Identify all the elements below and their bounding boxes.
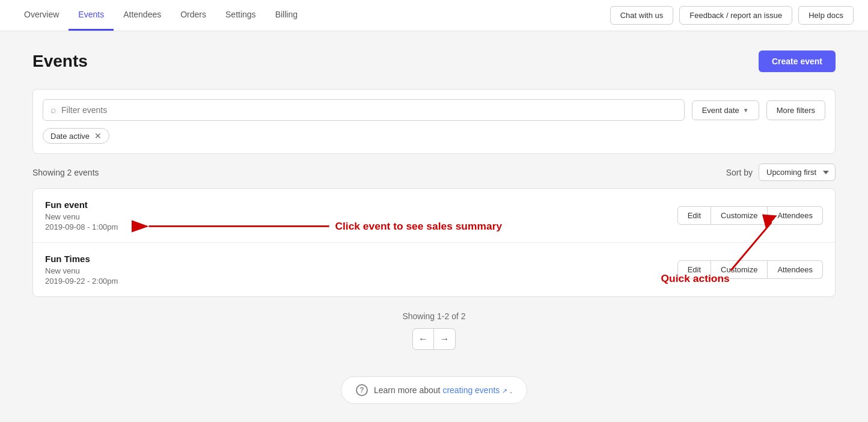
event-venue-1: New venu bbox=[45, 212, 677, 221]
create-event-button[interactable]: Create event bbox=[759, 50, 836, 72]
table-row: Fun event New venu 2019-09-08 - 1:00pm E… bbox=[33, 189, 835, 243]
search-box[interactable]: ⌕ bbox=[43, 99, 685, 121]
date-active-tag: Date active ✕ bbox=[43, 128, 109, 144]
edit-button-2[interactable]: Edit bbox=[677, 260, 711, 279]
attendees-button-1[interactable]: Attendees bbox=[768, 206, 823, 225]
nav-tab-attendees[interactable]: Attendees bbox=[114, 0, 171, 31]
pagination: Showing 1-2 of 2 ← → bbox=[32, 297, 836, 364]
event-info-2[interactable]: Fun Times New venu 2019-09-22 - 2:00pm bbox=[45, 254, 677, 286]
pagination-buttons: ← → bbox=[412, 328, 456, 350]
learn-more-area: ? Learn more about creating events ↗ . bbox=[32, 364, 836, 422]
help-docs-button[interactable]: Help docs bbox=[798, 6, 854, 25]
events-section: Fun event New venu 2019-09-08 - 1:00pm E… bbox=[32, 188, 836, 297]
event-name-1: Fun event bbox=[45, 200, 677, 210]
results-count: Showing 2 events bbox=[32, 168, 99, 177]
nav-actions: Chat with us Feedback / report an issue … bbox=[610, 6, 854, 25]
learn-more-text: Learn more about creating events ↗ . bbox=[374, 385, 512, 395]
external-link-icon: ↗ bbox=[502, 387, 507, 394]
learn-more-box: ? Learn more about creating events ↗ . bbox=[341, 376, 527, 404]
page-title: Events bbox=[32, 52, 88, 71]
active-filters-row: Date active ✕ bbox=[43, 128, 825, 144]
feedback-button[interactable]: Feedback / report an issue bbox=[679, 6, 792, 25]
page-content: Events Create event ⌕ Event date ▼ More … bbox=[13, 31, 855, 422]
event-venue-2: New venu bbox=[45, 266, 677, 275]
sort-select[interactable]: Upcoming first Oldest first Name bbox=[759, 164, 836, 181]
prev-page-button[interactable]: ← bbox=[412, 328, 434, 350]
chat-button[interactable]: Chat with us bbox=[610, 6, 674, 25]
event-actions-1: Edit Customize Attendees bbox=[677, 206, 823, 225]
event-date-2: 2019-09-22 - 2:00pm bbox=[45, 277, 677, 286]
table-row: Fun Times New venu 2019-09-22 - 2:00pm E… bbox=[33, 243, 835, 296]
customize-button-1[interactable]: Customize bbox=[711, 206, 768, 225]
page-header: Events Create event bbox=[32, 50, 836, 72]
search-icon: ⌕ bbox=[50, 105, 57, 115]
customize-button-2[interactable]: Customize bbox=[711, 260, 768, 279]
sort-row: Sort by Upcoming first Oldest first Name bbox=[726, 164, 836, 181]
sort-label: Sort by bbox=[726, 168, 753, 177]
search-input[interactable] bbox=[61, 105, 677, 115]
event-name-2: Fun Times bbox=[45, 254, 677, 264]
attendees-button-2[interactable]: Attendees bbox=[768, 260, 823, 279]
chevron-down-icon: ▼ bbox=[743, 107, 749, 114]
pagination-info: Showing 1-2 of 2 bbox=[402, 311, 465, 321]
more-filters-button[interactable]: More filters bbox=[766, 100, 825, 120]
search-row: ⌕ Event date ▼ More filters bbox=[43, 99, 825, 121]
event-actions-2: Edit Customize Attendees bbox=[677, 260, 823, 279]
nav-tab-overview[interactable]: Overview bbox=[14, 0, 69, 31]
nav-tab-events[interactable]: Events bbox=[69, 0, 114, 31]
event-date-1: 2019-09-08 - 1:00pm bbox=[45, 222, 677, 231]
top-navigation: Overview Events Attendees Orders Setting… bbox=[0, 0, 868, 31]
nav-tabs: Overview Events Attendees Orders Setting… bbox=[14, 0, 307, 31]
nav-tab-orders[interactable]: Orders bbox=[171, 0, 216, 31]
next-page-button[interactable]: → bbox=[434, 328, 456, 350]
filter-area: ⌕ Event date ▼ More filters Date active … bbox=[32, 89, 836, 154]
tag-label: Date active bbox=[50, 132, 90, 141]
events-list: Fun event New venu 2019-09-08 - 1:00pm E… bbox=[32, 188, 836, 297]
help-icon: ? bbox=[356, 384, 368, 396]
event-info-1[interactable]: Fun event New venu 2019-09-08 - 1:00pm bbox=[45, 200, 677, 231]
edit-button-1[interactable]: Edit bbox=[677, 206, 711, 225]
event-date-filter-button[interactable]: Event date ▼ bbox=[692, 100, 759, 120]
nav-tab-settings[interactable]: Settings bbox=[216, 0, 266, 31]
creating-events-link[interactable]: creating events ↗ bbox=[442, 385, 507, 395]
remove-tag-button[interactable]: ✕ bbox=[94, 131, 102, 141]
results-row: Showing 2 events Sort by Upcoming first … bbox=[32, 154, 836, 188]
nav-tab-billing[interactable]: Billing bbox=[266, 0, 307, 31]
